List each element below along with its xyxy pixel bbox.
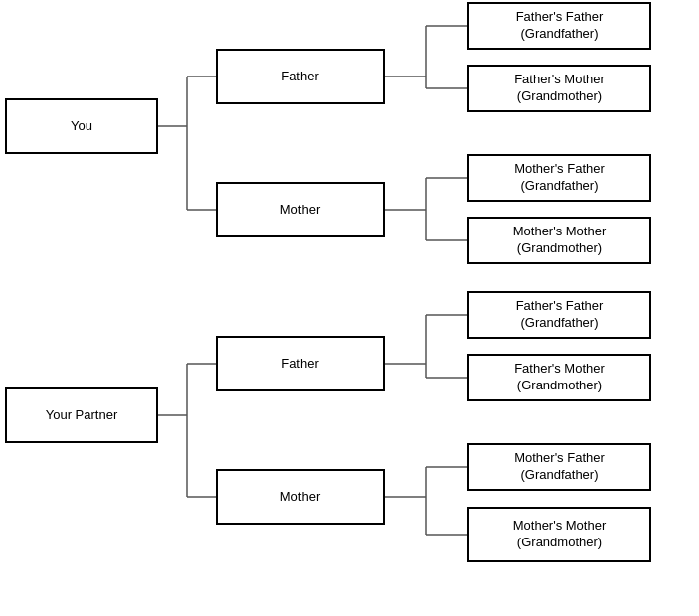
fathers-father-node: Father's Father (Grandfather): [467, 2, 651, 50]
partner-fathers-mother-node: Father's Mother (Grandmother): [467, 354, 651, 401]
mothers-mother-node: Mother's Mother (Grandmother): [467, 217, 651, 264]
mother-node: Mother: [216, 182, 385, 237]
father-node: Father: [216, 49, 385, 104]
fathers-mother-node: Father's Mother (Grandmother): [467, 65, 651, 112]
partner-mothers-mother-node: Mother's Mother (Grandmother): [467, 507, 651, 562]
mothers-father-node: Mother's Father (Grandfather): [467, 154, 651, 202]
partner-father-node: Father: [216, 336, 385, 391]
partner-mother-node: Mother: [216, 469, 385, 525]
partner-mothers-father-node: Mother's Father (Grandfather): [467, 443, 651, 491]
family-tree: You Father Mother Father's Father (Grand…: [0, 0, 699, 616]
you-node: You: [5, 98, 158, 154]
partner-node: Your Partner: [5, 387, 158, 443]
partner-fathers-father-node: Father's Father (Grandfather): [467, 291, 651, 339]
